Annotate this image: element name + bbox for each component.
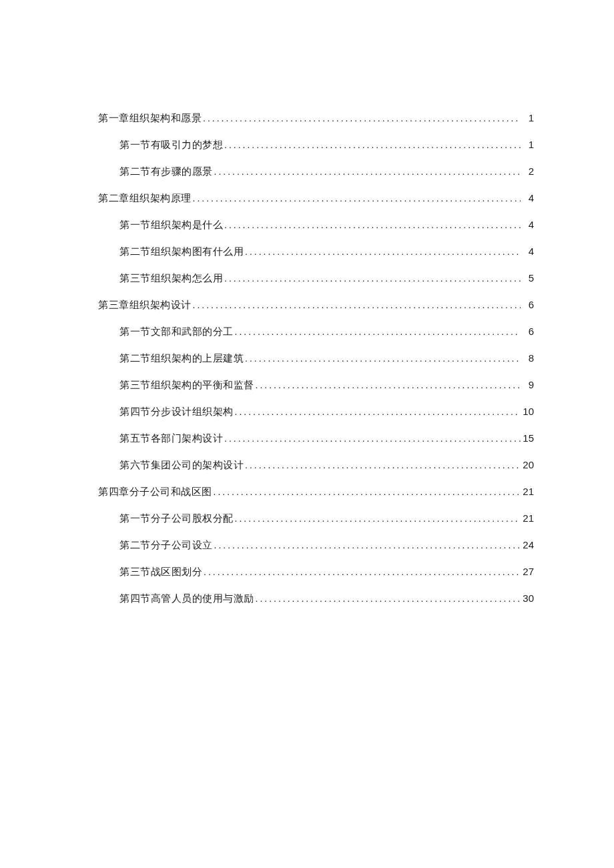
toc-section-entry: 第二节分子公司设立 24 bbox=[119, 537, 534, 553]
toc-leader-dots bbox=[203, 111, 521, 125]
toc-section-entry: 第一节文部和武部的分工 6 bbox=[119, 324, 534, 340]
toc-page-number: 10 bbox=[522, 404, 534, 420]
toc-leader-dots bbox=[235, 324, 521, 339]
toc-leader-dots bbox=[193, 191, 521, 205]
toc-title: 第三章组织架构设计 bbox=[98, 297, 192, 313]
toc-page-number: 4 bbox=[522, 217, 534, 233]
toc-chapter-entry: 第二章组织架构原理 4 bbox=[98, 190, 534, 206]
toc-title: 第四节高管人员的使用与激励 bbox=[119, 590, 254, 606]
toc-title: 第六节集团公司的架构设计 bbox=[119, 457, 244, 473]
toc-leader-dots bbox=[245, 458, 521, 472]
toc-title: 第一节分子公司股权分配 bbox=[119, 510, 234, 526]
toc-section-entry: 第二节组织架构的上层建筑 8 bbox=[119, 350, 534, 366]
toc-leader-dots bbox=[214, 484, 521, 499]
toc-leader-dots bbox=[224, 431, 521, 446]
toc-title: 第五节各部门架构设计 bbox=[119, 430, 223, 446]
toc-section-entry: 第四节高管人员的使用与激励 30 bbox=[119, 590, 534, 606]
toc-section-entry: 第五节各部门架构设计 15 bbox=[119, 430, 534, 446]
toc-title: 第二节组织架构的上层建筑 bbox=[119, 350, 244, 366]
toc-title: 第四节分步设计组织架构 bbox=[119, 404, 234, 420]
table-of-contents: 第一章组织架构和愿景 1 第一节有吸引力的梦想 1 第二节有步骤的愿景 2 第二… bbox=[98, 110, 534, 606]
toc-leader-dots bbox=[214, 164, 521, 179]
toc-leader-dots bbox=[245, 244, 521, 259]
toc-title: 第一节组织架构是什么 bbox=[119, 217, 223, 233]
toc-section-entry: 第四节分步设计组织架构 10 bbox=[119, 404, 534, 420]
toc-title: 第二章组织架构原理 bbox=[98, 190, 192, 206]
toc-section-entry: 第三节战区图划分 27 bbox=[119, 564, 534, 580]
toc-chapter-entry: 第一章组织架构和愿景 1 bbox=[98, 110, 534, 126]
toc-title: 第一章组织架构和愿景 bbox=[98, 110, 202, 126]
toc-page-number: 15 bbox=[522, 430, 534, 446]
toc-title: 第二节分子公司设立 bbox=[119, 537, 213, 553]
toc-chapter-entry: 第三章组织架构设计 6 bbox=[98, 297, 534, 313]
toc-leader-dots bbox=[204, 564, 521, 579]
toc-page-number: 1 bbox=[522, 137, 534, 153]
toc-page-number: 6 bbox=[522, 324, 534, 340]
toc-page-number: 4 bbox=[522, 190, 534, 206]
toc-page-number: 30 bbox=[522, 590, 534, 606]
toc-section-entry: 第二节组织架构图有什么用 4 bbox=[119, 244, 534, 260]
toc-title: 第三节组织架构的平衡和监督 bbox=[119, 377, 254, 393]
toc-title: 第三节战区图划分 bbox=[119, 564, 202, 580]
toc-leader-dots bbox=[256, 378, 521, 392]
toc-page-number: 21 bbox=[522, 510, 534, 526]
toc-chapter-entry: 第四章分子公司和战区图 21 bbox=[98, 484, 534, 500]
toc-page-number: 27 bbox=[522, 564, 534, 580]
toc-page-number: 21 bbox=[522, 484, 534, 500]
toc-page-number: 4 bbox=[522, 244, 534, 260]
toc-title: 第一节文部和武部的分工 bbox=[119, 324, 234, 340]
toc-leader-dots bbox=[256, 591, 521, 606]
toc-page-number: 2 bbox=[522, 163, 534, 179]
toc-page-number: 24 bbox=[522, 537, 534, 553]
toc-page-number: 8 bbox=[522, 350, 534, 366]
toc-title: 第二节组织架构图有什么用 bbox=[119, 244, 244, 260]
toc-page-number: 6 bbox=[522, 297, 534, 313]
toc-page-number: 5 bbox=[522, 270, 534, 286]
toc-leader-dots bbox=[245, 351, 521, 366]
toc-title: 第一节有吸引力的梦想 bbox=[119, 137, 223, 153]
toc-leader-dots bbox=[224, 271, 521, 286]
toc-leader-dots bbox=[224, 137, 521, 152]
toc-section-entry: 第六节集团公司的架构设计 20 bbox=[119, 457, 534, 473]
toc-title: 第四章分子公司和战区图 bbox=[98, 484, 212, 500]
toc-section-entry: 第一节组织架构是什么 4 bbox=[119, 217, 534, 233]
toc-section-entry: 第三节组织架构的平衡和监督 9 bbox=[119, 377, 534, 393]
toc-leader-dots bbox=[235, 404, 521, 419]
toc-page-number: 1 bbox=[522, 110, 534, 126]
toc-leader-dots bbox=[235, 511, 521, 526]
toc-title: 第二节有步骤的愿景 bbox=[119, 163, 213, 179]
toc-title: 第三节组织架构怎么用 bbox=[119, 270, 223, 286]
toc-page-number: 20 bbox=[522, 457, 534, 473]
toc-leader-dots bbox=[214, 538, 521, 552]
toc-leader-dots bbox=[193, 298, 521, 312]
toc-page-number: 9 bbox=[522, 377, 534, 393]
toc-section-entry: 第二节有步骤的愿景 2 bbox=[119, 163, 534, 179]
toc-leader-dots bbox=[224, 218, 521, 232]
toc-section-entry: 第三节组织架构怎么用 5 bbox=[119, 270, 534, 286]
toc-section-entry: 第一节有吸引力的梦想 1 bbox=[119, 137, 534, 153]
toc-section-entry: 第一节分子公司股权分配 21 bbox=[119, 510, 534, 526]
